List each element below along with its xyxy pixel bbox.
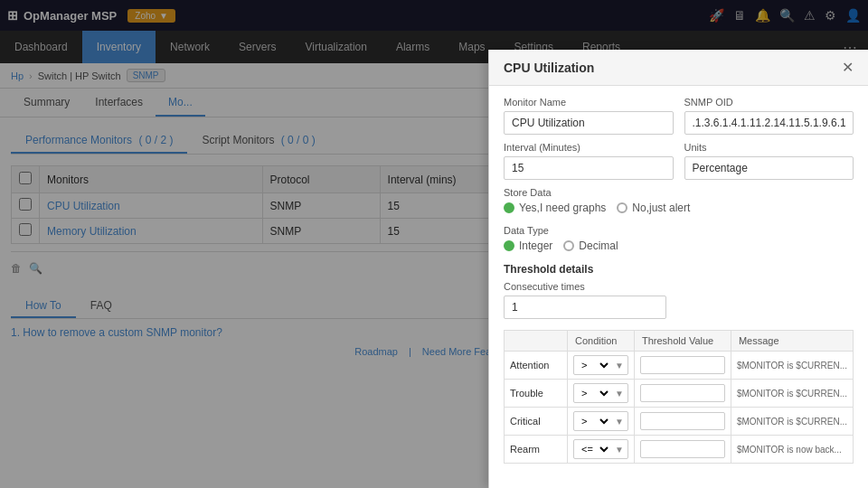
radio-integer-indicator	[504, 240, 514, 251]
modal-header: CPU Utilization ✕	[489, 50, 868, 86]
radio-yes-indicator	[504, 202, 514, 213]
store-data-radios: Yes,I need graphs No,just alert	[504, 202, 854, 214]
threshold-row-attention: Attention ><= ▼ $MONITOR is $CURREN...	[505, 352, 854, 380]
threshold-section-title: Threshold details	[504, 263, 854, 276]
threshold-row-rearm: Rearm <=>= ▼ $MONITOR is now back...	[505, 436, 854, 464]
threshold-row-critical: Critical ><= ▼ $MONITOR is $CURREN...	[505, 408, 854, 436]
condition-select-1[interactable]: ><=	[574, 384, 611, 402]
threshold-value-0[interactable]	[634, 352, 731, 380]
radio-integer[interactable]: Integer	[504, 239, 552, 252]
units-input[interactable]	[684, 156, 854, 180]
threshold-value-2[interactable]	[634, 408, 731, 436]
threshold-row-label-0: Attention	[505, 352, 568, 380]
threshold-message-1: $MONITOR is $CURREN...	[731, 380, 853, 408]
condition-select-3[interactable]: <=>=	[574, 440, 611, 458]
form-row-name-oid: Monitor Name SNMP OID	[504, 97, 854, 135]
threshold-value-input-0[interactable]	[640, 356, 725, 374]
threshold-message-0: $MONITOR is $CURREN...	[731, 352, 853, 380]
data-type-group: Data Type Integer Decimal	[504, 225, 854, 252]
consecutive-group: Consecutive times	[504, 281, 854, 319]
monitor-name-input[interactable]	[504, 111, 674, 135]
store-data-group: Store Data Yes,I need graphs No,just ale…	[504, 187, 854, 214]
radio-decimal-indicator	[563, 240, 574, 251]
threshold-value-input-1[interactable]	[640, 384, 725, 402]
th-message: Message	[731, 331, 853, 352]
radio-no-alert[interactable]: No,just alert	[617, 202, 690, 214]
threshold-row-trouble: Trouble ><= ▼ $MONITOR is $CURREN...	[505, 380, 854, 408]
radio-integer-label: Integer	[519, 239, 552, 252]
threshold-message-3: $MONITOR is now back...	[731, 436, 853, 464]
form-col-oid: SNMP OID	[684, 97, 854, 135]
radio-yes-label: Yes,I need graphs	[519, 202, 606, 214]
form-col-units: Units	[684, 142, 854, 180]
threshold-condition-2[interactable]: ><= ▼	[568, 408, 635, 436]
form-col-interval: Interval (Minutes)	[504, 142, 674, 180]
condition-select-2[interactable]: ><=	[574, 412, 611, 430]
store-data-label: Store Data	[504, 187, 854, 198]
th-threshold-value: Threshold Value	[634, 331, 731, 352]
interval-input[interactable]	[504, 156, 674, 180]
threshold-row-label-2: Critical	[505, 408, 568, 436]
radio-yes-graphs[interactable]: Yes,I need graphs	[504, 202, 606, 214]
threshold-condition-3[interactable]: <=>= ▼	[568, 436, 635, 464]
modal-title: CPU Utilization	[504, 61, 594, 75]
th-condition: Condition	[568, 331, 635, 352]
threshold-table: Condition Threshold Value Message Attent…	[504, 330, 854, 464]
snmp-oid-input[interactable]	[684, 111, 854, 135]
select-arrow-3: ▼	[611, 445, 627, 455]
data-type-radios: Integer Decimal	[504, 239, 854, 252]
radio-decimal-label: Decimal	[579, 239, 618, 252]
select-arrow-0: ▼	[611, 361, 627, 371]
th-condition-label	[505, 331, 568, 352]
threshold-value-1[interactable]	[634, 380, 731, 408]
radio-decimal[interactable]: Decimal	[563, 239, 618, 252]
snmp-oid-label: SNMP OID	[684, 97, 854, 108]
monitor-name-label: Monitor Name	[504, 97, 674, 108]
units-label: Units	[684, 142, 854, 153]
threshold-value-input-3[interactable]	[640, 440, 725, 458]
threshold-condition-0[interactable]: ><= ▼	[568, 352, 635, 380]
cpu-utilization-modal: CPU Utilization ✕ Monitor Name SNMP OID …	[488, 50, 868, 488]
radio-no-label: No,just alert	[632, 202, 690, 214]
interval-label: Interval (Minutes)	[504, 142, 674, 153]
threshold-row-label-3: Rearm	[505, 436, 568, 464]
modal-overlay: CPU Utilization ✕ Monitor Name SNMP OID …	[0, 0, 868, 488]
select-arrow-1: ▼	[611, 389, 627, 399]
consecutive-label: Consecutive times	[504, 281, 854, 292]
threshold-value-3[interactable]	[634, 436, 731, 464]
modal-close-button[interactable]: ✕	[842, 59, 854, 76]
form-col-name: Monitor Name	[504, 97, 674, 135]
consecutive-input[interactable]	[504, 296, 666, 319]
condition-select-0[interactable]: ><=	[574, 356, 611, 374]
threshold-row-label-1: Trouble	[505, 380, 568, 408]
threshold-message-2: $MONITOR is $CURREN...	[731, 408, 853, 436]
select-arrow-2: ▼	[611, 417, 627, 427]
radio-no-indicator	[617, 202, 627, 213]
data-type-label: Data Type	[504, 225, 854, 236]
threshold-condition-1[interactable]: ><= ▼	[568, 380, 635, 408]
form-row-interval-units: Interval (Minutes) Units	[504, 142, 854, 180]
modal-body: Monitor Name SNMP OID Interval (Minutes)…	[489, 86, 868, 474]
threshold-value-input-2[interactable]	[640, 412, 725, 430]
